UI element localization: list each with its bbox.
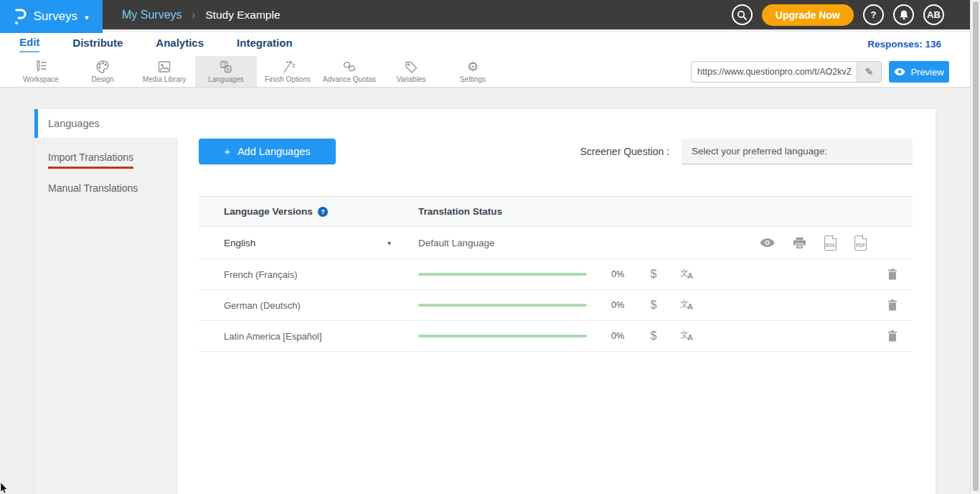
chain-links-icon <box>341 60 357 74</box>
svg-text:A: A <box>227 67 230 72</box>
chevron-down-icon: ▾ <box>85 13 89 22</box>
gear-icon: ⚙ <box>467 60 479 74</box>
column-language-versions: Language Versions ? <box>199 206 418 217</box>
help-button[interactable]: ? <box>863 4 884 25</box>
tab-analytics[interactable]: Analytics <box>156 37 204 52</box>
sidebar-item-languages[interactable]: Languages <box>34 109 178 138</box>
language-name: German (Deutsch) <box>199 300 418 311</box>
plus-icon: + <box>224 146 230 157</box>
auto-translate-button[interactable]: 文A <box>669 299 704 311</box>
toolbar-item-finish-options[interactable]: Finish Options <box>257 56 319 87</box>
languages-main: + Add Languages Screener Question : Sele… <box>178 109 936 494</box>
translation-progress-bar <box>418 273 587 276</box>
search-icon <box>737 10 747 20</box>
translation-progress-bar <box>418 304 587 307</box>
toolbar-item-design[interactable]: Design <box>72 56 133 87</box>
tab-distribute[interactable]: Distribute <box>72 37 123 52</box>
product-switcher[interactable]: Surveys ▾ <box>0 0 103 33</box>
toolbar-item-workspace[interactable]: Workspace <box>10 56 72 87</box>
default-language-dropdown[interactable]: English ▾ <box>199 238 418 248</box>
screener-question-label: Screener Question : <box>580 146 669 157</box>
table-row-language: German (Deutsch) 0% $ 文A <box>199 290 913 321</box>
pencil-icon: ✎ <box>865 66 874 78</box>
eye-icon <box>760 238 775 247</box>
edit-url-button[interactable]: ✎ <box>857 62 881 82</box>
delete-language-button[interactable] <box>887 299 897 311</box>
help-icon[interactable]: ? <box>318 207 328 217</box>
notifications-button[interactable] <box>893 4 914 25</box>
question-mark-icon: ? <box>871 9 877 20</box>
view-survey-button[interactable] <box>760 238 775 247</box>
paid-translation-button[interactable]: $ <box>638 268 669 281</box>
upgrade-now-button[interactable]: Upgrade Now <box>762 4 854 26</box>
language-name: Latin America [Español] <box>199 331 418 342</box>
translate-icon: 文A <box>218 60 234 74</box>
breadcrumb: My Surveys › Study Example <box>122 9 281 22</box>
product-label: Surveys <box>34 9 77 24</box>
breadcrumb-survey-name: Study Example <box>205 9 280 22</box>
table-row-default-language: English ▾ Default Language DOC PDF <box>199 227 913 259</box>
column-translation-status: Translation Status <box>418 206 913 217</box>
default-language-status: Default Language <box>418 238 760 248</box>
chevron-down-icon: ▾ <box>387 239 391 247</box>
scrollbar-thumb[interactable] <box>973 1 979 491</box>
survey-url-group: ✎ <box>691 61 882 83</box>
survey-url-input[interactable] <box>692 62 857 82</box>
translation-percent: 0% <box>598 331 638 341</box>
eye-icon <box>894 68 905 75</box>
language-name: French (Français) <box>199 269 418 280</box>
screener-question-select[interactable]: Select your preferred language: <box>682 139 913 164</box>
search-button[interactable] <box>732 4 753 25</box>
printer-icon <box>793 237 806 249</box>
doc-file-icon: DOC <box>824 236 837 251</box>
responses-count[interactable]: Responses: 136 <box>867 39 941 50</box>
add-languages-button[interactable]: + Add Languages <box>199 139 336 164</box>
toolbar-item-languages[interactable]: 文A Languages <box>195 56 257 87</box>
survey-tab-bar: Edit Distribute Analytics Integration Re… <box>0 32 970 56</box>
toolbar-item-settings[interactable]: ⚙ Settings <box>442 56 504 87</box>
breadcrumb-my-surveys[interactable]: My Surveys <box>122 9 182 22</box>
workspace-icon <box>33 60 49 74</box>
tag-icon <box>403 60 419 74</box>
tab-integration[interactable]: Integration <box>237 37 293 52</box>
breadcrumb-separator-icon: › <box>192 9 196 21</box>
export-doc-button[interactable]: DOC <box>824 236 837 251</box>
table-header: Language Versions ? Translation Status <box>199 196 913 227</box>
table-row-language: French (Français) 0% $ 文A <box>199 259 913 290</box>
vertical-scrollbar[interactable] <box>970 0 980 494</box>
pdf-file-icon: PDF <box>854 236 867 251</box>
app-header: My Surveys › Study Example Upgrade Now ?… <box>0 0 970 29</box>
toolbar-item-media-library[interactable]: Media Library <box>133 56 195 87</box>
delete-language-button[interactable] <box>887 330 897 342</box>
sidebar-item-manual-translations[interactable]: Manual Translations <box>34 169 178 197</box>
paid-translation-button[interactable]: $ <box>638 330 669 342</box>
sidebar-item-import-translations[interactable]: Import Translations <box>34 138 178 169</box>
trash-icon <box>887 299 897 311</box>
tab-edit[interactable]: Edit <box>19 36 39 52</box>
palette-icon <box>95 60 110 74</box>
trash-icon <box>887 269 897 280</box>
translation-percent: 0% <box>598 269 638 279</box>
languages-panel: Languages Import Translations Manual Tra… <box>34 109 936 494</box>
preview-button[interactable]: Preview <box>889 61 949 83</box>
avatar[interactable]: AB <box>923 4 944 25</box>
language-versions-table: Language Versions ? Translation Status E… <box>199 196 913 352</box>
export-pdf-button[interactable]: PDF <box>854 236 867 251</box>
toolbar-item-variables[interactable]: Variables <box>380 56 442 87</box>
languages-sidebar: Languages Import Translations Manual Tra… <box>34 109 178 494</box>
edit-toolbar: Workspace Design Media Library 文A Langua… <box>0 56 970 88</box>
toolbar-item-advance-quotas[interactable]: Advance Quotas <box>319 56 380 87</box>
bell-icon <box>899 9 909 20</box>
magic-wand-icon <box>280 60 296 74</box>
auto-translate-button[interactable]: 文A <box>669 330 704 342</box>
paid-translation-button[interactable]: $ <box>638 299 669 312</box>
image-icon <box>156 60 172 74</box>
questionpro-logo-icon <box>14 8 27 25</box>
delete-language-button[interactable] <box>887 269 897 280</box>
auto-translate-button[interactable]: 文A <box>669 269 704 280</box>
print-button[interactable] <box>793 237 806 249</box>
table-row-language: Latin America [Español] 0% $ 文A <box>199 321 913 352</box>
translation-percent: 0% <box>598 300 638 310</box>
translation-progress-bar <box>418 335 587 337</box>
mouse-cursor <box>1 483 9 494</box>
